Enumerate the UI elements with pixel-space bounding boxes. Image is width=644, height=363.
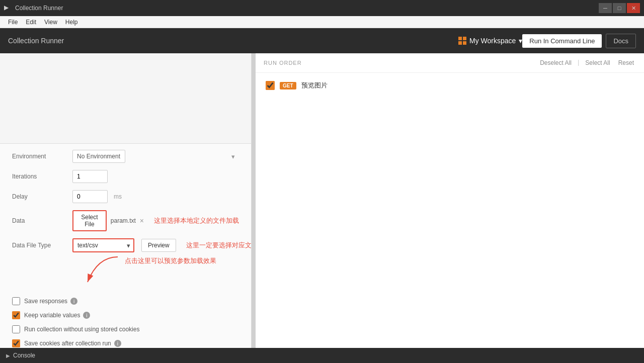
- checkbox-run-without-cookies: Run collection without using stored cook…: [0, 325, 251, 333]
- iterations-control: [72, 170, 239, 183]
- request-list: GET 预览图片: [256, 73, 644, 98]
- file-name: param.txt: [111, 217, 136, 224]
- iterations-row: Iterations: [12, 170, 239, 183]
- data-type-wrap: text/csv application/json: [72, 238, 134, 252]
- run-order-header: RUN ORDER Deselect All | Select All Rese…: [256, 53, 644, 73]
- menu-view[interactable]: View: [40, 18, 61, 27]
- header-actions: Run In Command Line Docs: [522, 34, 636, 48]
- data-control: Select File param.txt × 这里选择本地定义的文件加载: [72, 210, 239, 231]
- app-icon: ▶: [4, 4, 12, 12]
- menu-help[interactable]: Help: [61, 18, 82, 27]
- save-responses-info[interactable]: i: [70, 298, 77, 305]
- environment-label: Environment: [12, 153, 72, 160]
- workspace-icon: [458, 37, 466, 45]
- checkbox-save-cookies: Save cookies after collection run i: [0, 339, 251, 347]
- request-checkbox[interactable]: [266, 81, 275, 90]
- clear-file-button[interactable]: ×: [140, 217, 144, 225]
- data-file-type-select[interactable]: text/csv application/json: [72, 238, 134, 252]
- right-panel: RUN ORDER Deselect All | Select All Rese…: [256, 53, 644, 348]
- workspace-selector[interactable]: My Workspace ▾: [458, 37, 522, 45]
- console-label: Console: [13, 352, 35, 359]
- delay-unit: ms: [114, 193, 122, 200]
- data-annotation: 这里选择本地定义的文件加载: [154, 216, 239, 225]
- form-section: Environment No Environment Iterations: [0, 144, 251, 297]
- iterations-input[interactable]: [72, 170, 108, 183]
- run-order-title: RUN ORDER: [264, 60, 302, 66]
- save-responses-label: Save responses: [24, 298, 67, 305]
- data-file-type-row: Data File Type text/csv application/json…: [12, 238, 239, 252]
- run-without-cookies-checkbox[interactable]: [12, 325, 20, 333]
- environment-row: Environment No Environment: [12, 150, 239, 163]
- arrow-svg: [77, 254, 123, 287]
- menu-edit[interactable]: Edit: [22, 18, 40, 27]
- data-file-type-label: Data File Type: [12, 242, 72, 249]
- data-file-type-annotation: 这里一定要选择对应文件的格式: [186, 241, 252, 250]
- title-bar: ▶ Collection Runner ─ □ ✕: [0, 0, 644, 16]
- arrow-annotation-row: 点击这里可以预览参数加载效果: [77, 254, 239, 287]
- workspace-name: My Workspace: [469, 37, 516, 45]
- iterations-label: Iterations: [12, 173, 72, 180]
- delay-input[interactable]: [72, 190, 108, 203]
- run-order-actions: Deselect All | Select All Reset: [538, 58, 636, 67]
- keep-variable-checkbox[interactable]: [12, 311, 20, 319]
- save-cookies-checkbox[interactable]: [12, 339, 20, 347]
- save-responses-checkbox[interactable]: [12, 297, 20, 305]
- environment-control: No Environment: [72, 150, 239, 163]
- left-panel-top: [0, 53, 251, 144]
- delay-label: Delay: [12, 193, 72, 200]
- checkbox-save-responses: Save responses i: [0, 297, 251, 305]
- checkbox-keep-variable: Keep variable values i: [0, 311, 251, 319]
- left-panel: Environment No Environment Iterations: [0, 53, 252, 348]
- menu-file[interactable]: File: [4, 18, 22, 27]
- window-controls: ─ □ ✕: [599, 3, 640, 13]
- save-cookies-label: Save cookies after collection run: [24, 340, 111, 347]
- keep-variable-label: Keep variable values: [24, 312, 80, 319]
- request-method: GET: [280, 82, 296, 89]
- console-bar[interactable]: ▶ Console: [0, 348, 644, 363]
- console-icon: ▶: [6, 353, 10, 358]
- title-bar-title: Collection Runner: [15, 5, 599, 12]
- data-row: Data Select File param.txt × 这里选择本地定义的文件…: [12, 210, 239, 231]
- maximize-button[interactable]: □: [613, 3, 626, 13]
- close-button[interactable]: ✕: [627, 3, 640, 13]
- app-header-title: Collection Runner: [8, 37, 458, 45]
- menu-bar: File Edit View Help: [0, 16, 644, 28]
- delay-row: Delay ms: [12, 190, 239, 203]
- run-command-line-button[interactable]: Run In Command Line: [522, 34, 602, 48]
- panel-divider[interactable]: [252, 53, 256, 348]
- minimize-button[interactable]: ─: [599, 3, 612, 13]
- request-name: 预览图片: [301, 81, 328, 90]
- data-label: Data: [12, 217, 72, 224]
- workspace-chevron: ▾: [519, 37, 522, 45]
- run-without-cookies-label: Run collection without using stored cook…: [24, 326, 139, 333]
- checkboxes-section: Save responses i Keep variable values i …: [0, 297, 251, 348]
- deselect-all-button[interactable]: Deselect All: [538, 58, 574, 67]
- keep-variable-info[interactable]: i: [83, 312, 90, 319]
- preview-button[interactable]: Preview: [141, 239, 176, 252]
- app-header: Collection Runner My Workspace ▾ Run In …: [0, 28, 644, 53]
- reset-button[interactable]: Reset: [616, 58, 636, 67]
- data-file-type-control: text/csv application/json Preview 这里一定要选…: [72, 238, 252, 252]
- docs-button[interactable]: Docs: [606, 34, 636, 48]
- main-layout: Environment No Environment Iterations: [0, 53, 644, 348]
- save-cookies-info[interactable]: i: [114, 340, 121, 347]
- environment-select[interactable]: No Environment: [72, 150, 125, 163]
- delay-control: ms: [72, 190, 239, 203]
- table-row[interactable]: GET 预览图片: [260, 77, 640, 94]
- arrow-annotation-text: 点击这里可以预览参数加载效果: [125, 256, 216, 265]
- select-all-button[interactable]: Select All: [583, 58, 612, 67]
- select-file-button[interactable]: Select File: [72, 210, 107, 231]
